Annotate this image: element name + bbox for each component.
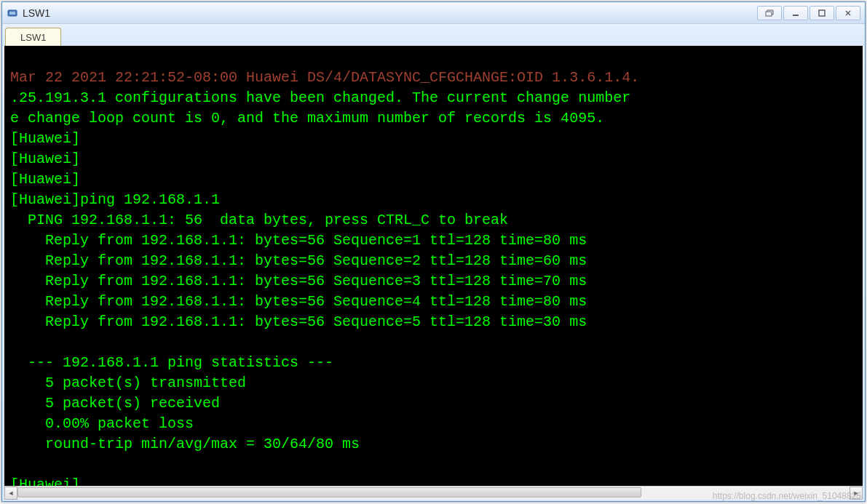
terminal-line: 5 packet(s) received (10, 395, 220, 412)
window-controls (757, 6, 860, 20)
terminal-line: [Huawei] (10, 130, 80, 147)
close-button[interactable] (836, 6, 860, 20)
terminal-line: [Huawei] (10, 171, 80, 188)
watermark-text: https://blog.csdn.net/weixin_51048825 (713, 491, 861, 501)
terminal-line: round-trip min/avg/max = 30/64/80 ms (10, 436, 360, 452)
terminal-line: e change loop count is 0, and the maximu… (10, 110, 604, 127)
terminal-line: Reply from 192.168.1.1: bytes=56 Sequenc… (10, 252, 587, 269)
terminal-line: Reply from 192.168.1.1: bytes=56 Sequenc… (10, 293, 587, 310)
app-icon (7, 7, 18, 19)
svg-rect-4 (819, 10, 825, 16)
terminal-line: .25.191.3.1 configurations have been cha… (10, 89, 630, 106)
terminal-line: Reply from 192.168.1.1: bytes=56 Sequenc… (10, 313, 587, 330)
terminal-line: [Huawei] (10, 151, 80, 167)
restore-alt-button[interactable] (757, 6, 782, 20)
terminal-output[interactable]: Mar 22 2021 22:21:52-08:00 Huawei DS/4/D… (4, 46, 863, 486)
svg-rect-1 (9, 12, 15, 15)
terminal-line: Reply from 192.168.1.1: bytes=56 Sequenc… (10, 273, 587, 289)
tab-lsw1[interactable]: LSW1 (5, 28, 61, 47)
minimize-button[interactable] (783, 6, 808, 20)
terminal-line: 5 packet(s) transmitted (10, 375, 246, 391)
maximize-button[interactable] (809, 6, 834, 20)
terminal-line: --- 192.168.1.1 ping statistics --- (10, 354, 333, 371)
tab-bar: LSW1 (2, 24, 865, 46)
terminal-line: PING 192.168.1.1: 56 data bytes, press C… (10, 212, 508, 228)
terminal-line: Mar 22 2021 22:21:52-08:00 Huawei DS/4/D… (10, 69, 639, 86)
terminal-line: Reply from 192.168.1.1: bytes=56 Sequenc… (10, 232, 587, 249)
titlebar: LSW1 (2, 2, 865, 24)
scroll-left-button[interactable]: ◄ (4, 487, 17, 500)
window-title: LSW1 (23, 7, 757, 19)
scroll-thumb[interactable] (17, 487, 641, 497)
terminal-line: [Huawei] (10, 476, 80, 486)
terminal-line: [Huawei]ping 192.168.1.1 (10, 191, 220, 208)
terminal-line: 0.00% packet loss (10, 415, 194, 432)
svg-rect-2 (766, 12, 772, 16)
app-window: LSW1 LSW1 Mar 22 2021 22:21:52-08:00 Hua… (1, 1, 866, 502)
